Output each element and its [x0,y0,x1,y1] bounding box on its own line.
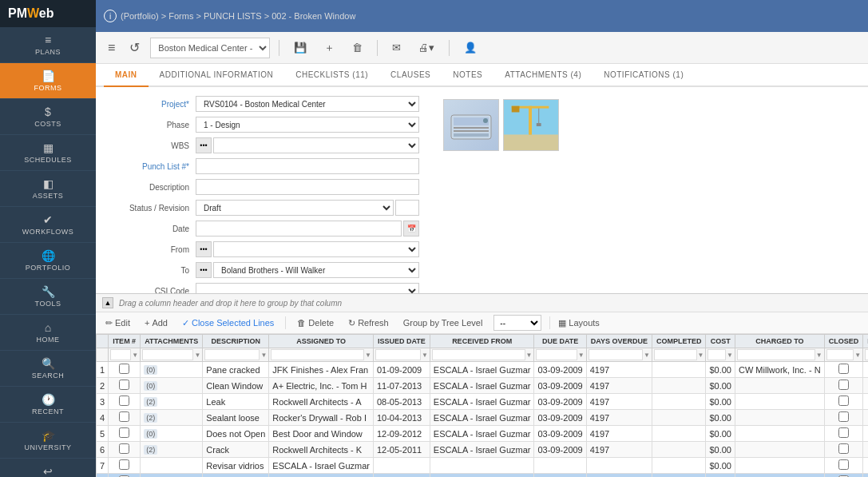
delete-row-button[interactable]: 🗑 Delete [294,316,337,329]
tab-main[interactable]: MAIN [104,64,149,87]
tab-additional[interactable]: ADDITIONAL INFORMATION [149,64,285,87]
row-closed[interactable] [824,378,863,394]
row-select-checkbox[interactable] [119,396,129,406]
add-button[interactable]: ＋ [319,38,340,58]
phase-select[interactable]: 1 - Design [196,117,419,133]
status-select[interactable]: Draft [196,200,394,216]
col-cost[interactable]: COST [706,335,735,348]
from-select[interactable] [213,241,419,257]
row-checkbox[interactable] [109,442,141,458]
row-checkbox[interactable] [109,394,141,410]
collapse-button[interactable]: ▲ [102,297,113,308]
table-row[interactable]: 2(0)Clean WindowA+ Electric, Inc. - Tom … [97,378,869,394]
filter-completed-input[interactable] [654,349,697,360]
filter-charged-input[interactable] [737,349,815,360]
wbs-picker-button[interactable]: ••• [196,137,212,153]
col-due-date[interactable]: DUE DATE [534,335,586,348]
filter-received-input[interactable] [432,349,525,360]
row-checkbox[interactable] [109,362,141,378]
tab-notifications[interactable]: NOTIFICATIONS (1) [593,64,695,87]
row-closed[interactable] [824,394,863,410]
to-select[interactable]: Boland Brothers - Will Walker [213,262,419,278]
sidebar-item-schedules[interactable]: ▦ SCHEDULES [0,135,96,171]
from-picker-button[interactable]: ••• [196,241,212,257]
row-closed-checkbox[interactable] [838,427,849,438]
row-closed[interactable] [824,458,863,474]
row-closed-checkbox[interactable] [838,443,849,454]
row-closed[interactable] [824,442,863,458]
sidebar-item-portfolio[interactable]: 🌐 PORTFOLIO [0,243,96,279]
revision-input[interactable]: 0 [395,200,419,216]
col-closed[interactable]: CLOSED [824,335,863,348]
row-checkbox[interactable] [109,458,141,474]
col-received-from[interactable]: RECEIVED FROM [430,335,534,348]
description-input[interactable]: Broken Window [196,179,419,195]
sidebar-item-tools[interactable]: 🔧 TOOLS [0,279,96,315]
row-checkbox[interactable] [109,378,141,394]
sidebar-item-recent[interactable]: 🕐 RECENT [0,387,96,423]
col-item[interactable]: ITEM # [109,335,141,348]
info-icon[interactable]: i [104,10,117,22]
record-selector[interactable]: Boston Medical Center - 002 - Broke [150,38,270,58]
sidebar-item-workflows[interactable]: ✔ WORKFLOWS [0,207,96,243]
date-input[interactable] [196,221,402,237]
wbs-select[interactable] [213,137,419,153]
user-button[interactable]: 👤 [458,38,482,57]
filter-desc-input[interactable] [204,349,260,360]
sidebar-item-home[interactable]: ⌂ HOME [0,315,96,351]
filter-days-input[interactable] [589,349,643,360]
print-button[interactable]: 🖨▾ [413,38,440,57]
row-closed[interactable] [824,426,863,442]
table-row[interactable]: 3(2)LeakRockwell Architects - A08-05-201… [97,394,869,410]
date-picker-button[interactable]: 📅 [403,221,419,237]
tree-level-select[interactable]: -- [493,315,541,331]
row-select-checkbox[interactable] [119,380,129,390]
col-issued-date[interactable]: ISSUED DATE [373,335,430,348]
col-notes[interactable]: NOTES [863,335,868,348]
filter-assigned-input[interactable] [271,349,364,360]
col-charged-to[interactable]: CHARGED TO [735,335,824,348]
col-days-overdue[interactable]: DAYS OVERDUE [586,335,652,348]
row-checkbox[interactable] [109,410,141,426]
add-row-button[interactable]: + Add [141,316,171,329]
filter-due-input[interactable] [536,349,577,360]
row-select-checkbox[interactable] [119,443,129,454]
row-select-checkbox[interactable] [119,427,129,438]
menu-button[interactable]: ≡ [104,38,119,58]
edit-button[interactable]: ✏ Edit [102,316,133,330]
col-completed[interactable]: COMPLETED [652,335,706,348]
table-row[interactable]: 1(0)Pane crackedJFK Finishes - Alex Fran… [97,362,869,378]
csi-select[interactable] [196,283,419,293]
filter-closed-input[interactable] [826,349,854,360]
row-select-checkbox[interactable] [119,411,129,422]
sidebar-item-plans[interactable]: ≡ PLANS [0,27,96,63]
delete-button[interactable]: 🗑 [347,38,368,57]
row-select-checkbox[interactable] [119,364,129,374]
tab-clauses[interactable]: CLAUSES [379,64,442,87]
filter-cost-input[interactable] [707,349,726,360]
filter-item-input[interactable] [110,349,131,360]
grid-table-container[interactable]: ITEM # ATTACHMENTS DESCRIPTION ASSIGNED … [96,334,868,477]
refresh-button[interactable]: ↻ Refresh [345,316,392,330]
table-row[interactable]: 6(2)CrackRockwell Architects - K12-05-20… [97,442,869,458]
project-select[interactable]: RVS0104 - Boston Medical Center [196,96,419,112]
table-row[interactable]: 7Revisar vidriosESCALA - Israel Guzmar$0… [97,458,869,474]
sidebar-item-exit[interactable]: ↩ EXIT [0,459,96,477]
filter-notes-input[interactable] [865,349,868,360]
col-assigned-to[interactable]: ASSIGNED TO [269,335,374,348]
punchlist-input[interactable]: 002 [196,158,419,174]
group-by-button[interactable]: Group by Tree Level [400,316,486,329]
row-closed-checkbox[interactable] [838,380,849,390]
row-closed-checkbox[interactable] [838,364,849,374]
table-row[interactable]: 4(2)Sealant looseRocker's Drywall - Rob … [97,410,869,426]
table-row[interactable]: 5(0)Does not OpenBest Door and Window12-… [97,426,869,442]
filter-att-input[interactable] [142,349,193,360]
row-closed-checkbox[interactable] [838,459,849,470]
to-picker-button[interactable]: ••• [196,262,212,278]
row-closed[interactable] [824,474,863,478]
layouts-button[interactable]: ▦ Layouts [558,318,600,328]
sidebar-item-assets[interactable]: ◧ ASSETS [0,171,96,207]
undo-button[interactable]: ↺ [125,38,144,58]
tab-attachments[interactable]: ATTACHMENTS (4) [493,64,593,87]
row-select-checkbox[interactable] [119,459,129,470]
